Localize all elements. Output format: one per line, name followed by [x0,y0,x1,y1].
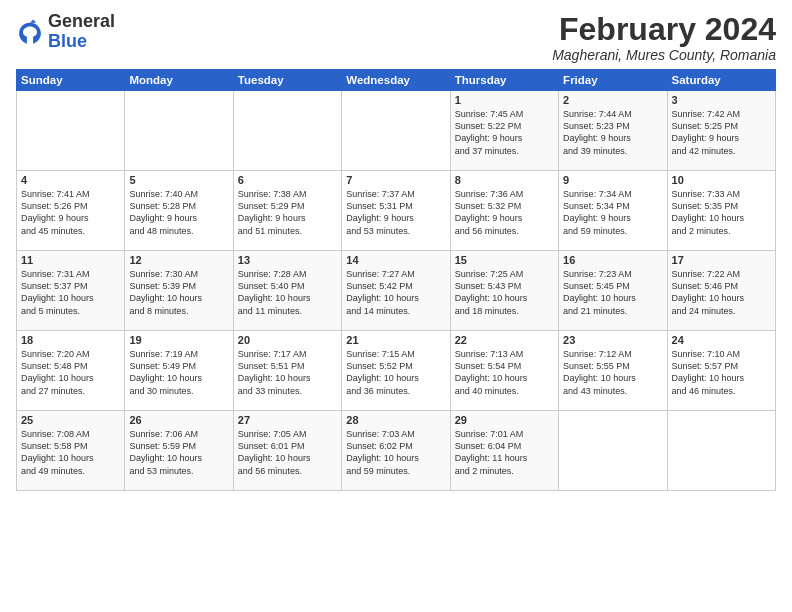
day-info: Sunrise: 7:05 AM Sunset: 6:01 PM Dayligh… [238,428,337,477]
calendar-cell [559,411,667,491]
week-row-2: 4Sunrise: 7:41 AM Sunset: 5:26 PM Daylig… [17,171,776,251]
day-number: 27 [238,414,337,426]
day-info: Sunrise: 7:22 AM Sunset: 5:46 PM Dayligh… [672,268,771,317]
day-number: 2 [563,94,662,106]
day-number: 16 [563,254,662,266]
header-saturday: Saturday [667,70,775,91]
header-sunday: Sunday [17,70,125,91]
calendar-cell [233,91,341,171]
day-number: 21 [346,334,445,346]
calendar-cell: 17Sunrise: 7:22 AM Sunset: 5:46 PM Dayli… [667,251,775,331]
calendar-cell: 18Sunrise: 7:20 AM Sunset: 5:48 PM Dayli… [17,331,125,411]
day-info: Sunrise: 7:19 AM Sunset: 5:49 PM Dayligh… [129,348,228,397]
calendar-cell: 9Sunrise: 7:34 AM Sunset: 5:34 PM Daylig… [559,171,667,251]
day-info: Sunrise: 7:12 AM Sunset: 5:55 PM Dayligh… [563,348,662,397]
week-row-4: 18Sunrise: 7:20 AM Sunset: 5:48 PM Dayli… [17,331,776,411]
calendar-cell: 24Sunrise: 7:10 AM Sunset: 5:57 PM Dayli… [667,331,775,411]
calendar-cell: 29Sunrise: 7:01 AM Sunset: 6:04 PM Dayli… [450,411,558,491]
location: Magherani, Mures County, Romania [552,47,776,63]
calendar-cell: 7Sunrise: 7:37 AM Sunset: 5:31 PM Daylig… [342,171,450,251]
day-number: 1 [455,94,554,106]
calendar-cell: 26Sunrise: 7:06 AM Sunset: 5:59 PM Dayli… [125,411,233,491]
calendar-cell: 5Sunrise: 7:40 AM Sunset: 5:28 PM Daylig… [125,171,233,251]
day-number: 9 [563,174,662,186]
logo-general-text: General [48,11,115,31]
calendar-cell: 23Sunrise: 7:12 AM Sunset: 5:55 PM Dayli… [559,331,667,411]
calendar-cell [125,91,233,171]
day-info: Sunrise: 7:13 AM Sunset: 5:54 PM Dayligh… [455,348,554,397]
day-number: 17 [672,254,771,266]
day-info: Sunrise: 7:23 AM Sunset: 5:45 PM Dayligh… [563,268,662,317]
day-info: Sunrise: 7:03 AM Sunset: 6:02 PM Dayligh… [346,428,445,477]
calendar-cell [342,91,450,171]
calendar-cell: 15Sunrise: 7:25 AM Sunset: 5:43 PM Dayli… [450,251,558,331]
day-number: 29 [455,414,554,426]
calendar-cell: 27Sunrise: 7:05 AM Sunset: 6:01 PM Dayli… [233,411,341,491]
day-number: 7 [346,174,445,186]
day-info: Sunrise: 7:25 AM Sunset: 5:43 PM Dayligh… [455,268,554,317]
day-number: 10 [672,174,771,186]
header-monday: Monday [125,70,233,91]
calendar-cell: 4Sunrise: 7:41 AM Sunset: 5:26 PM Daylig… [17,171,125,251]
day-number: 13 [238,254,337,266]
day-number: 5 [129,174,228,186]
logo-icon [16,18,44,46]
day-number: 8 [455,174,554,186]
day-number: 24 [672,334,771,346]
day-info: Sunrise: 7:33 AM Sunset: 5:35 PM Dayligh… [672,188,771,237]
day-info: Sunrise: 7:15 AM Sunset: 5:52 PM Dayligh… [346,348,445,397]
calendar-cell: 21Sunrise: 7:15 AM Sunset: 5:52 PM Dayli… [342,331,450,411]
day-number: 15 [455,254,554,266]
day-info: Sunrise: 7:36 AM Sunset: 5:32 PM Dayligh… [455,188,554,237]
calendar-cell: 8Sunrise: 7:36 AM Sunset: 5:32 PM Daylig… [450,171,558,251]
week-row-1: 1Sunrise: 7:45 AM Sunset: 5:22 PM Daylig… [17,91,776,171]
week-row-5: 25Sunrise: 7:08 AM Sunset: 5:58 PM Dayli… [17,411,776,491]
calendar-cell: 6Sunrise: 7:38 AM Sunset: 5:29 PM Daylig… [233,171,341,251]
day-info: Sunrise: 7:10 AM Sunset: 5:57 PM Dayligh… [672,348,771,397]
calendar-cell [17,91,125,171]
header-wednesday: Wednesday [342,70,450,91]
day-info: Sunrise: 7:06 AM Sunset: 5:59 PM Dayligh… [129,428,228,477]
day-number: 22 [455,334,554,346]
header-friday: Friday [559,70,667,91]
day-info: Sunrise: 7:34 AM Sunset: 5:34 PM Dayligh… [563,188,662,237]
calendar-cell: 13Sunrise: 7:28 AM Sunset: 5:40 PM Dayli… [233,251,341,331]
calendar-cell: 28Sunrise: 7:03 AM Sunset: 6:02 PM Dayli… [342,411,450,491]
day-info: Sunrise: 7:08 AM Sunset: 5:58 PM Dayligh… [21,428,120,477]
day-info: Sunrise: 7:20 AM Sunset: 5:48 PM Dayligh… [21,348,120,397]
week-row-3: 11Sunrise: 7:31 AM Sunset: 5:37 PM Dayli… [17,251,776,331]
header-tuesday: Tuesday [233,70,341,91]
day-number: 19 [129,334,228,346]
day-info: Sunrise: 7:44 AM Sunset: 5:23 PM Dayligh… [563,108,662,157]
day-info: Sunrise: 7:01 AM Sunset: 6:04 PM Dayligh… [455,428,554,477]
calendar-cell: 16Sunrise: 7:23 AM Sunset: 5:45 PM Dayli… [559,251,667,331]
calendar-cell: 22Sunrise: 7:13 AM Sunset: 5:54 PM Dayli… [450,331,558,411]
day-number: 3 [672,94,771,106]
calendar-cell: 25Sunrise: 7:08 AM Sunset: 5:58 PM Dayli… [17,411,125,491]
day-number: 14 [346,254,445,266]
calendar-cell: 1Sunrise: 7:45 AM Sunset: 5:22 PM Daylig… [450,91,558,171]
calendar-cell: 3Sunrise: 7:42 AM Sunset: 5:25 PM Daylig… [667,91,775,171]
day-info: Sunrise: 7:27 AM Sunset: 5:42 PM Dayligh… [346,268,445,317]
logo: General Blue [16,12,115,52]
day-info: Sunrise: 7:45 AM Sunset: 5:22 PM Dayligh… [455,108,554,157]
day-info: Sunrise: 7:31 AM Sunset: 5:37 PM Dayligh… [21,268,120,317]
header-thursday: Thursday [450,70,558,91]
day-number: 20 [238,334,337,346]
logo-blue-text: Blue [48,31,87,51]
day-number: 4 [21,174,120,186]
calendar-cell [667,411,775,491]
calendar-cell: 19Sunrise: 7:19 AM Sunset: 5:49 PM Dayli… [125,331,233,411]
day-number: 28 [346,414,445,426]
day-info: Sunrise: 7:41 AM Sunset: 5:26 PM Dayligh… [21,188,120,237]
day-info: Sunrise: 7:40 AM Sunset: 5:28 PM Dayligh… [129,188,228,237]
day-number: 18 [21,334,120,346]
calendar-table: Sunday Monday Tuesday Wednesday Thursday… [16,69,776,491]
calendar-cell: 10Sunrise: 7:33 AM Sunset: 5:35 PM Dayli… [667,171,775,251]
calendar-cell: 11Sunrise: 7:31 AM Sunset: 5:37 PM Dayli… [17,251,125,331]
day-number: 25 [21,414,120,426]
day-number: 12 [129,254,228,266]
day-info: Sunrise: 7:30 AM Sunset: 5:39 PM Dayligh… [129,268,228,317]
calendar-cell: 12Sunrise: 7:30 AM Sunset: 5:39 PM Dayli… [125,251,233,331]
day-number: 6 [238,174,337,186]
